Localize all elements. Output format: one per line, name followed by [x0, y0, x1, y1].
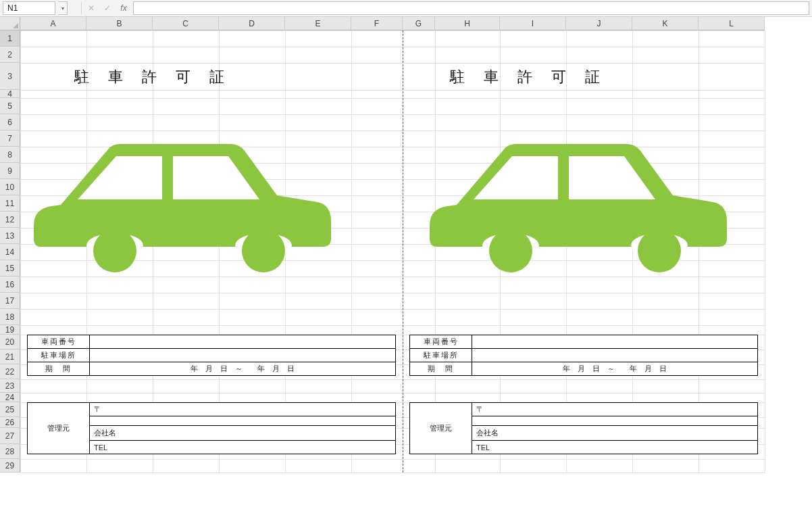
column-header-I[interactable]: I — [500, 17, 566, 30]
row-header-27[interactable]: 27 — [0, 428, 20, 444]
row-header-13[interactable]: 13 — [0, 228, 20, 244]
row-headers: 1234567891011121314151617181920212223242… — [0, 30, 20, 473]
column-header-E[interactable]: E — [285, 17, 351, 30]
tel-field: TEL — [472, 441, 758, 454]
column-header-L[interactable]: L — [699, 17, 765, 30]
permit-title: 駐車許可証 — [74, 67, 243, 87]
table-row: 駐車場所 — [410, 349, 758, 362]
table-row: 車両番号 — [410, 335, 758, 349]
company-field: 会社名 — [472, 426, 758, 441]
name-box-dropdown[interactable]: ▾ — [58, 1, 68, 15]
page-break-line — [403, 30, 403, 473]
vehicle-no-label: 車両番号 — [28, 335, 90, 349]
row-header-3[interactable]: 3 — [0, 63, 20, 90]
row-header-14[interactable]: 14 — [0, 244, 20, 260]
cancel-icon: ✕ — [88, 3, 95, 13]
svg-point-2 — [93, 229, 136, 272]
column-header-J[interactable]: J — [566, 17, 632, 30]
name-box-value: N1 — [7, 3, 18, 13]
row-header-29[interactable]: 29 — [0, 459, 20, 473]
period-value: 年 月 日 ～ 年 月 日 — [90, 362, 396, 376]
row-header-28[interactable]: 28 — [0, 444, 20, 459]
row-header-9[interactable]: 9 — [0, 163, 20, 179]
row-header-4[interactable]: 4 — [0, 90, 20, 98]
select-all-corner[interactable] — [0, 17, 20, 30]
table-row: 期 間 年 月 日 ～ 年 月 日 — [410, 362, 758, 376]
location-value — [90, 349, 396, 362]
row-header-24[interactable]: 24 — [0, 393, 20, 402]
table-row: 管理元 〒 — [28, 403, 396, 416]
spreadsheet-grid[interactable]: ABCDEFGHIJKL 123456789101112131415161718… — [0, 17, 812, 530]
formula-bar-input[interactable] — [133, 1, 809, 15]
cancel-formula-button[interactable]: ✕ — [84, 1, 98, 15]
row-header-19[interactable]: 19 — [0, 325, 20, 335]
row-header-12[interactable]: 12 — [0, 212, 20, 228]
name-formula-bar: N1 ▾ ✕ ✓ fx — [0, 0, 812, 17]
column-header-H[interactable]: H — [435, 17, 500, 30]
vehicle-info-table: 車両番号 駐車場所 期 間 年 月 日 ～ 年 月 日 — [27, 335, 396, 376]
row-header-16[interactable]: 16 — [0, 276, 20, 293]
name-box[interactable]: N1 — [3, 1, 55, 15]
vehicle-no-value — [90, 335, 396, 349]
svg-point-3 — [242, 229, 285, 272]
car-icon — [34, 133, 331, 276]
column-header-B[interactable]: B — [86, 17, 153, 30]
management-table: 管理元 〒 会社名 TEL — [409, 402, 758, 454]
postal-field: 〒 — [472, 403, 758, 416]
chevron-down-icon: ▾ — [61, 5, 64, 11]
company-field: 会社名 — [90, 426, 396, 441]
management-label: 管理元 — [28, 403, 90, 454]
vehicle-info-table: 車両番号 駐車場所 期 間 年 月 日 ～ 年 月 日 — [409, 335, 758, 376]
tel-field: TEL — [90, 441, 396, 454]
row-header-25[interactable]: 25 — [0, 402, 20, 417]
column-header-K[interactable]: K — [632, 17, 699, 30]
row-header-2[interactable]: 2 — [0, 47, 20, 63]
column-header-G[interactable]: G — [403, 17, 435, 30]
fx-icon: fx — [120, 3, 126, 13]
location-label: 駐車場所 — [410, 349, 472, 362]
table-row: 期 間 年 月 日 ～ 年 月 日 — [28, 362, 396, 376]
svg-point-6 — [489, 229, 532, 272]
table-row: 管理元 〒 — [410, 403, 758, 416]
row-header-18[interactable]: 18 — [0, 309, 20, 325]
postal-field: 〒 — [90, 403, 396, 416]
column-header-A[interactable]: A — [20, 17, 86, 30]
vehicle-no-label: 車両番号 — [410, 335, 472, 349]
row-header-20[interactable]: 20 — [0, 335, 20, 350]
separator — [81, 2, 82, 14]
vehicle-no-value — [472, 335, 758, 349]
row-header-1[interactable]: 1 — [0, 30, 20, 47]
table-row: 車両番号 — [28, 335, 396, 349]
insert-function-button[interactable]: fx — [117, 1, 130, 15]
row-header-17[interactable]: 17 — [0, 293, 20, 309]
column-header-F[interactable]: F — [351, 17, 403, 30]
postal-value — [472, 416, 758, 426]
permit-title: 駐車許可証 — [450, 67, 619, 87]
column-headers: ABCDEFGHIJKL — [20, 17, 765, 30]
check-icon: ✓ — [104, 3, 111, 13]
location-value — [472, 349, 758, 362]
row-header-22[interactable]: 22 — [0, 364, 20, 379]
row-header-23[interactable]: 23 — [0, 379, 20, 393]
cells-area[interactable]: 駐車許可証 車両番号 駐車場所 期 間 年 月 日 ～ 年 月 日 管理元 — [20, 30, 765, 473]
row-header-8[interactable]: 8 — [0, 147, 20, 163]
row-header-7[interactable]: 7 — [0, 130, 20, 147]
row-header-6[interactable]: 6 — [0, 114, 20, 130]
period-label: 期 間 — [410, 362, 472, 376]
row-header-5[interactable]: 5 — [0, 98, 20, 114]
car-icon — [430, 133, 727, 276]
table-row: 駐車場所 — [28, 349, 396, 362]
column-header-C[interactable]: C — [153, 17, 219, 30]
row-header-11[interactable]: 11 — [0, 195, 20, 212]
period-value: 年 月 日 ～ 年 月 日 — [472, 362, 758, 376]
row-header-21[interactable]: 21 — [0, 350, 20, 364]
row-header-10[interactable]: 10 — [0, 179, 20, 195]
svg-point-7 — [638, 229, 681, 272]
row-header-26[interactable]: 26 — [0, 417, 20, 428]
confirm-formula-button[interactable]: ✓ — [101, 1, 114, 15]
location-label: 駐車場所 — [28, 349, 90, 362]
management-table: 管理元 〒 会社名 TEL — [27, 402, 396, 454]
column-header-D[interactable]: D — [219, 17, 285, 30]
row-header-15[interactable]: 15 — [0, 260, 20, 276]
postal-value — [90, 416, 396, 426]
